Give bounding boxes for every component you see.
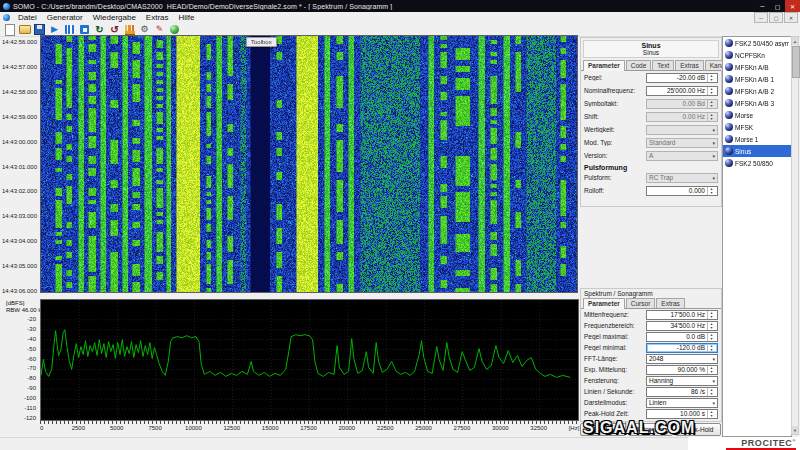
field-input[interactable]: 0.00 Bd▴▾ bbox=[646, 99, 718, 109]
list-item[interactable]: MFSKn A/B 3 bbox=[723, 97, 791, 109]
spinner-buttons[interactable]: ▴▾ bbox=[707, 333, 715, 341]
levels-toolbar-button[interactable] bbox=[123, 24, 136, 36]
list-item[interactable]: FSK2 50/450 asym bbox=[723, 37, 791, 49]
mdi-minimize-button[interactable]: ─ bbox=[754, 12, 768, 23]
edit-toolbar-button[interactable]: ✎ bbox=[153, 24, 166, 36]
export-toolbar-button[interactable]: ⚙ bbox=[138, 24, 151, 36]
field-row: Version:A▾ bbox=[581, 149, 721, 162]
display-tab-cursor[interactable]: Cursor bbox=[626, 298, 656, 308]
spinner-buttons[interactable]: ▴▾ bbox=[707, 366, 715, 374]
menu-item-wiedergabe[interactable]: Wiedergabe bbox=[88, 13, 141, 22]
field-label: Linien / Sekunde: bbox=[584, 388, 646, 395]
x-tick-label: 32500 bbox=[530, 425, 547, 431]
field-input[interactable]: 10.000 s▴▾ bbox=[646, 409, 718, 419]
spinner-buttons[interactable]: ▴▾ bbox=[707, 187, 715, 195]
sonagram-plot[interactable] bbox=[40, 35, 578, 293]
field-input[interactable]: 0.00 Hz▴▾ bbox=[646, 112, 718, 122]
field-row: Peak-Hold Zeit:10.000 s▴▾ bbox=[581, 408, 721, 419]
field-input[interactable]: 0.000▴▾ bbox=[646, 186, 718, 196]
x-tick-label: 27500 bbox=[454, 425, 471, 431]
spinner-buttons[interactable]: ▴▾ bbox=[707, 113, 715, 121]
menu-item-generator[interactable]: Generator bbox=[42, 13, 88, 22]
record-toolbar-button[interactable]: ↺ bbox=[108, 24, 121, 36]
field-combobox[interactable]: Linien▾ bbox=[646, 398, 718, 408]
spinner-buttons[interactable]: ▴▾ bbox=[707, 410, 715, 418]
list-item[interactable]: MFSKn A/B bbox=[723, 61, 791, 73]
field-input[interactable]: 90.000 %▴▾ bbox=[646, 365, 718, 375]
stop-toolbar-button[interactable] bbox=[78, 24, 91, 36]
y-tick-label: -70 bbox=[27, 365, 36, 371]
signal-tab-text[interactable]: Text bbox=[652, 60, 674, 70]
signal-tab-parameter[interactable]: Parameter bbox=[583, 60, 625, 71]
spectrum-plot[interactable] bbox=[40, 299, 579, 421]
mdi-close-button[interactable]: ✕ bbox=[784, 12, 798, 23]
scroll-down-icon[interactable]: ▼ bbox=[792, 426, 798, 434]
signal-list: FSK2 50/450 asymNCPFSKnMFSKn A/BMFSKn A/… bbox=[722, 36, 792, 437]
time-label: 14:43:00.000 bbox=[2, 139, 37, 145]
spinner-buttons[interactable]: ▴▾ bbox=[707, 87, 715, 95]
field-input[interactable]: -20.00 dB▴▾ bbox=[646, 73, 718, 83]
field-label: Pegel maximal: bbox=[584, 333, 646, 340]
display-tab-parameter[interactable]: Parameter bbox=[583, 298, 625, 309]
field-label: Peak-Hold Zeit: bbox=[584, 410, 646, 417]
play-toolbar-button[interactable]: ▶ bbox=[48, 24, 61, 36]
list-item[interactable]: MFSKn A/B 2 bbox=[723, 85, 791, 97]
refresh-toolbar-button[interactable]: ↻ bbox=[93, 24, 106, 36]
spinner-buttons[interactable]: ▴▾ bbox=[707, 74, 715, 82]
toolbox-floating-panel[interactable]: Toolbox bbox=[246, 37, 277, 47]
list-item[interactable]: Morse 1 bbox=[723, 133, 791, 145]
spinner-buttons[interactable]: ▴▾ bbox=[707, 344, 715, 352]
field-input[interactable]: 25'000.00 Hz▴▾ bbox=[646, 86, 718, 96]
globe-toolbar-button[interactable] bbox=[168, 24, 181, 36]
x-tick-label: 2500 bbox=[72, 425, 85, 431]
menu-item-hilfe[interactable]: Hilfe bbox=[174, 13, 200, 22]
scroll-up-icon[interactable]: ▲ bbox=[792, 37, 798, 45]
signal-tab-extras[interactable]: Extras bbox=[675, 60, 703, 70]
spinner-buttons[interactable]: ▴▾ bbox=[707, 100, 715, 108]
field-row: Fensterung:Hanning▾ bbox=[581, 375, 721, 386]
x-tick-label: 0 bbox=[40, 425, 43, 431]
list-item[interactable]: Sinus bbox=[723, 145, 791, 157]
time-label: 14:42:56.000 bbox=[2, 39, 37, 45]
scrollbar-thumb[interactable] bbox=[792, 46, 800, 78]
open-toolbar-button[interactable] bbox=[18, 24, 31, 36]
pause-toolbar-button[interactable] bbox=[63, 24, 76, 36]
new-toolbar-button[interactable] bbox=[3, 24, 16, 36]
close-button[interactable]: ✕ bbox=[785, 0, 800, 12]
list-item[interactable]: FSK2 50/850 bbox=[723, 157, 791, 169]
field-label: Exp. Mittelung: bbox=[584, 366, 646, 373]
sonagram-canvas[interactable] bbox=[41, 36, 577, 292]
field-input[interactable]: 34'500.0 Hz▴▾ bbox=[646, 321, 718, 331]
signal-list-scrollbar[interactable]: ▲ ▼ bbox=[791, 36, 799, 435]
display-tab-extras[interactable]: Extras bbox=[656, 298, 684, 308]
spinner-buttons[interactable]: ▴▾ bbox=[707, 322, 715, 330]
minimize-button[interactable]: ─ bbox=[755, 0, 770, 12]
field-combobox[interactable]: A▾ bbox=[646, 151, 718, 161]
field-combobox[interactable]: 2048▾ bbox=[646, 354, 718, 364]
field-combobox[interactable]: ▾ bbox=[646, 125, 718, 135]
list-item[interactable]: MFSKn A/B 1 bbox=[723, 73, 791, 85]
maximize-button[interactable]: ▢ bbox=[770, 0, 785, 12]
mdi-restore-button[interactable]: ▢ bbox=[769, 12, 783, 23]
list-item[interactable]: Morse bbox=[723, 109, 791, 121]
levels-icon bbox=[125, 25, 135, 35]
spectrum-trace-svg[interactable] bbox=[41, 300, 578, 420]
menu-item-extras[interactable]: Extras bbox=[141, 13, 174, 22]
field-combobox[interactable]: RC Trap▾ bbox=[646, 173, 718, 183]
spinner-buttons[interactable]: ▴▾ bbox=[707, 311, 715, 319]
save-toolbar-button[interactable] bbox=[33, 24, 46, 36]
field-input[interactable]: 86 /s▴▾ bbox=[646, 387, 718, 397]
list-item[interactable]: MFSK bbox=[723, 121, 791, 133]
signal-tab-code[interactable]: Code bbox=[626, 60, 652, 70]
spin-down-icon: ▾ bbox=[710, 392, 712, 396]
field-input[interactable]: 17'500.0 Hz▴▾ bbox=[646, 310, 718, 320]
field-combobox[interactable]: Hanning▾ bbox=[646, 376, 718, 386]
field-combobox[interactable]: Standard▾ bbox=[646, 138, 718, 148]
list-item[interactable]: NCPFSKn bbox=[723, 49, 791, 61]
time-label: 14:42:57.000 bbox=[2, 64, 37, 70]
time-label: 14:43:06.000 bbox=[2, 288, 37, 294]
menu-item-datei[interactable]: Datei bbox=[13, 13, 42, 22]
field-input[interactable]: -120.0 dB▴▾ bbox=[646, 343, 718, 353]
spinner-buttons[interactable]: ▴▾ bbox=[707, 388, 715, 396]
field-input[interactable]: 0.0 dB▴▾ bbox=[646, 332, 718, 342]
